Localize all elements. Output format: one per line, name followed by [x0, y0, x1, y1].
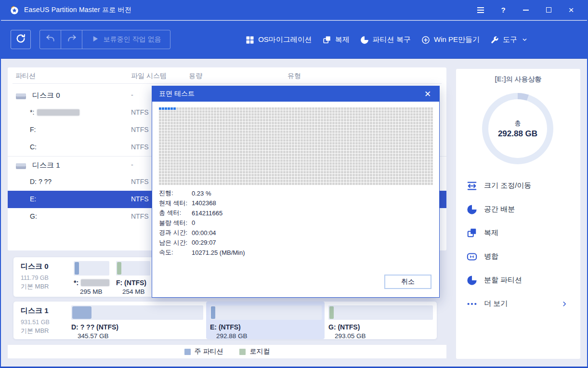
- partition-label: *:: [30, 108, 79, 116]
- partition-type-edge: [329, 306, 334, 319]
- stat-label: 현재 섹터:: [159, 199, 192, 208]
- pending-operations-label: 보류중인 작업 없음: [104, 35, 161, 44]
- partition-bar: [210, 305, 322, 320]
- partition-type-edge: [75, 262, 79, 275]
- disk-size: 931.51 GB: [21, 319, 66, 326]
- clone-icon: [323, 36, 331, 44]
- cancel-button[interactable]: 취소: [384, 275, 431, 289]
- partition-block-size: 254 MB: [116, 288, 150, 295]
- redacted-text: [81, 279, 109, 286]
- partition-bar: [116, 261, 150, 276]
- partition-block-label: G: (NTFS): [328, 323, 433, 331]
- partition-block-size: 295 MB: [74, 288, 109, 295]
- toolbar-item-label: 복제: [335, 35, 350, 44]
- toolbar-item-tools[interactable]: 도구: [490, 35, 527, 44]
- execute-pending-button[interactable]: 보류중인 작업 없음: [82, 30, 170, 49]
- legend-swatch: [184, 349, 191, 355]
- play-icon: [91, 35, 99, 44]
- filesystem-value: -: [131, 161, 133, 169]
- redacted-text: [37, 109, 79, 116]
- stat-value: 0: [192, 219, 195, 226]
- toolbar-item-os-migration[interactable]: OS마이그레이션: [246, 35, 312, 44]
- sidebar-action-merge[interactable]: 병합: [456, 245, 580, 268]
- minimize-icon[interactable]: [522, 6, 530, 14]
- disk-label: 디스크 1: [15, 161, 60, 170]
- dialog-title-bar: 표면 테스트 ✕: [152, 86, 439, 102]
- stat-value: 00:00:04: [192, 229, 216, 237]
- window-controls: ? ×: [476, 6, 578, 14]
- sidebar-action-label: 복제: [484, 228, 498, 237]
- legend-label: 로지컬: [249, 347, 270, 356]
- stat-value: 1402368: [192, 199, 216, 207]
- chevron-right-icon: [562, 301, 567, 307]
- refresh-button[interactable]: [11, 30, 31, 49]
- legend-item: 로지컬: [239, 347, 270, 356]
- surface-test-dialog: 표면 테스트 ✕ 진행:0.23 %현재 섹터:1402368총 섹터:6142…: [152, 86, 440, 298]
- undo-button[interactable]: [40, 30, 61, 49]
- partition-legend: 주 파티션로지컬: [8, 345, 446, 358]
- partition-label: D: ? ??: [30, 178, 52, 185]
- filesystem-value: -: [131, 91, 133, 99]
- stat-value: 0.23 %: [192, 190, 211, 197]
- usage-donut-chart: 총 292.88 GB: [482, 93, 553, 164]
- disk-label: 디스크 0: [15, 91, 60, 100]
- partition-recovery-icon: [360, 36, 369, 44]
- disk-meta: 디스크 0111.79 GB기본 MBR: [13, 257, 69, 297]
- filesystem-value: NTFS: [131, 178, 149, 185]
- legend-label: 주 파티션: [195, 347, 223, 356]
- title-bar: EaseUS Partition Master 프로 버전 ? ×: [1, 0, 587, 20]
- disk-drive-icon: [15, 162, 26, 170]
- disk-name: 디스크 1: [21, 306, 66, 315]
- sidebar-action-split-partition[interactable]: 분할 파티션: [456, 268, 580, 292]
- donut-total-label: 총: [515, 119, 521, 128]
- partition-block[interactable]: E: (NTFS)292.88 GB: [206, 302, 325, 339]
- surface-test-grid: [159, 107, 433, 185]
- dialog-close-icon[interactable]: ✕: [423, 89, 432, 99]
- donut-total-value: 292.88 GB: [498, 129, 537, 139]
- sidebar-action-more[interactable]: 더 보기: [456, 292, 580, 315]
- disk-scheme: 기본 MBR: [21, 327, 66, 335]
- partition-block[interactable]: *:295 MB: [70, 257, 112, 297]
- sidebar-action-label: 더 보기: [484, 299, 508, 308]
- os-migration-icon: [246, 36, 254, 44]
- help-icon[interactable]: ?: [499, 6, 508, 14]
- sidebar-actions: 크기 조정/이동공간 배분복제병합분할 파티션더 보기: [456, 174, 580, 315]
- redo-button[interactable]: [61, 30, 82, 49]
- sidebar-action-clone[interactable]: 복제: [456, 221, 580, 245]
- close-icon[interactable]: ×: [567, 6, 575, 14]
- toolbar-item-clone[interactable]: 복제: [323, 35, 350, 44]
- partition-block[interactable]: F: (NTFS)254 MB: [112, 257, 153, 297]
- used-space-indicator: [72, 306, 91, 319]
- sidebar: [E:]의 사용상황 총 292.88 GB 크기 조정/이동공간 배분복제병합…: [456, 69, 580, 359]
- partition-block[interactable]: G: (NTFS)293.05 GB: [325, 302, 436, 339]
- merge-icon: [467, 251, 477, 262]
- sidebar-action-label: 공간 배분: [484, 205, 515, 214]
- stat-row: 총 섹터:614211665: [159, 208, 245, 218]
- partition-block[interactable]: D: ? ?? (NTFS)345.57 GB: [67, 302, 206, 339]
- toolbar-item-label: Win PE만들기: [434, 35, 480, 44]
- stat-label: 진행:: [159, 189, 192, 197]
- column-header-type: 유형: [287, 72, 301, 80]
- toolbar-item-partition-recovery[interactable]: 파티션 복구: [360, 35, 411, 44]
- menu-icon[interactable]: [476, 6, 485, 14]
- split-partition-icon: [467, 275, 477, 286]
- stat-value: 10271.25 (MB/Min): [192, 249, 245, 256]
- maximize-icon[interactable]: [544, 6, 553, 14]
- column-header-capacity: 용량: [189, 72, 202, 80]
- stat-value: 00:29:07: [192, 239, 216, 246]
- stat-value: 614211665: [192, 210, 222, 217]
- redo-icon: [67, 34, 77, 45]
- disk-card[interactable]: 디스크 1931.51 GB기본 MBRD: ? ?? (NTFS)345.57…: [13, 301, 437, 340]
- chevron-down-icon: [522, 37, 527, 42]
- sidebar-action-resize-move[interactable]: 크기 조정/이동: [456, 174, 580, 197]
- sidebar-action-allocate-space[interactable]: 공간 배분: [456, 197, 580, 221]
- partition-block-size: 292.88 GB: [210, 332, 322, 340]
- app-window: EaseUS Partition Master 프로 버전 ? ×: [0, 0, 588, 368]
- disk-name: 디스크 0: [21, 262, 69, 271]
- disk-drive-icon: [15, 92, 26, 100]
- stat-row: 속도:10271.25 (MB/Min): [159, 248, 245, 258]
- toolbar-item-winpe[interactable]: Win PE만들기: [421, 35, 480, 44]
- filesystem-value: NTFS: [131, 143, 149, 151]
- toolbar-item-label: 도구: [503, 35, 517, 44]
- partition-label: E:: [30, 195, 36, 203]
